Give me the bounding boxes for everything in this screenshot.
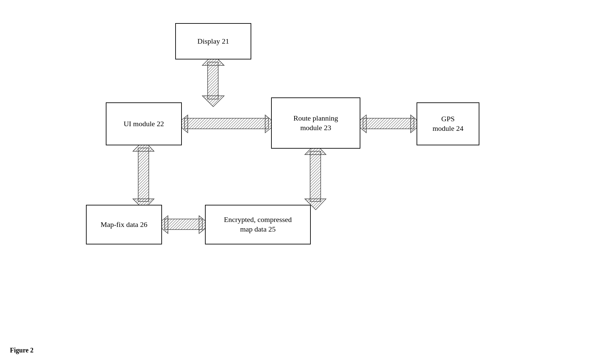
map-fix-box: Map-fix data 26 <box>86 205 162 244</box>
svg-marker-3 <box>202 96 224 107</box>
svg-rect-1 <box>208 62 218 99</box>
svg-rect-10 <box>138 148 149 201</box>
arrow-ui-mapdata <box>133 140 154 210</box>
arrow-route-gps <box>355 115 422 133</box>
ui-module-box: UI module 22 <box>106 102 182 145</box>
figure-label: Figure 2 <box>10 346 33 354</box>
svg-rect-13 <box>310 151 321 201</box>
svg-rect-7 <box>363 118 414 129</box>
display-box: Display 21 <box>175 23 251 59</box>
arrow-route-mapdata <box>305 144 326 210</box>
svg-rect-16 <box>165 219 202 230</box>
svg-rect-4 <box>184 118 268 129</box>
arrow-display-ui <box>202 55 224 107</box>
arrow-mapfix-mapdata <box>157 216 210 234</box>
route-planning-box: Route planning module 23 <box>271 97 360 149</box>
map-data-box: Encrypted, compressed map data 25 <box>205 205 311 244</box>
gps-module-box: GPS module 24 <box>417 102 479 145</box>
arrow-ui-route <box>177 115 276 133</box>
diagram: Display 21 UI module 22 Route planning m… <box>66 13 529 327</box>
